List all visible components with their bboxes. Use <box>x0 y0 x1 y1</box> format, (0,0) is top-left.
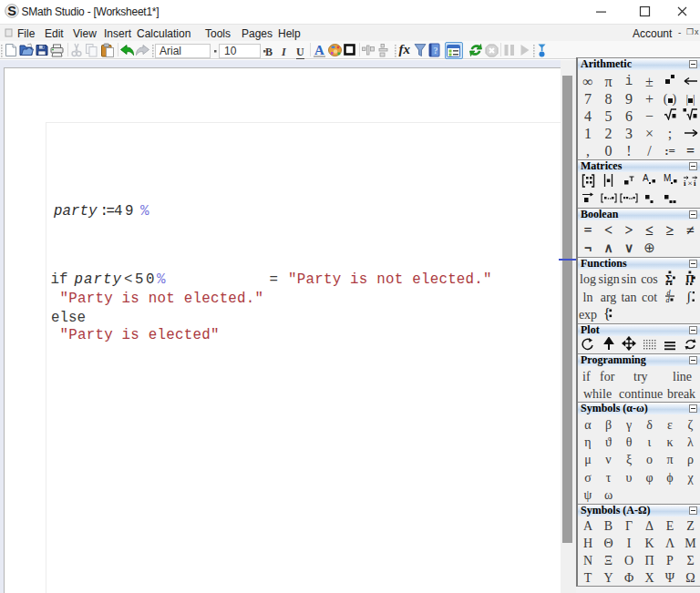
svg-text:Σ: Σ <box>665 272 673 285</box>
svg-text:A: A <box>643 174 649 183</box>
svg-text:M: M <box>664 174 671 183</box>
svg-text:i: i <box>694 179 696 187</box>
svg-text:S: S <box>7 4 16 18</box>
svg-text:×: × <box>688 179 693 187</box>
svg-text:?: ? <box>433 46 438 56</box>
svg-text:{: { <box>603 306 611 322</box>
svg-text:∫: ∫ <box>686 290 692 304</box>
svg-text:i: i <box>684 179 686 187</box>
svg-text:d: d <box>666 295 671 302</box>
